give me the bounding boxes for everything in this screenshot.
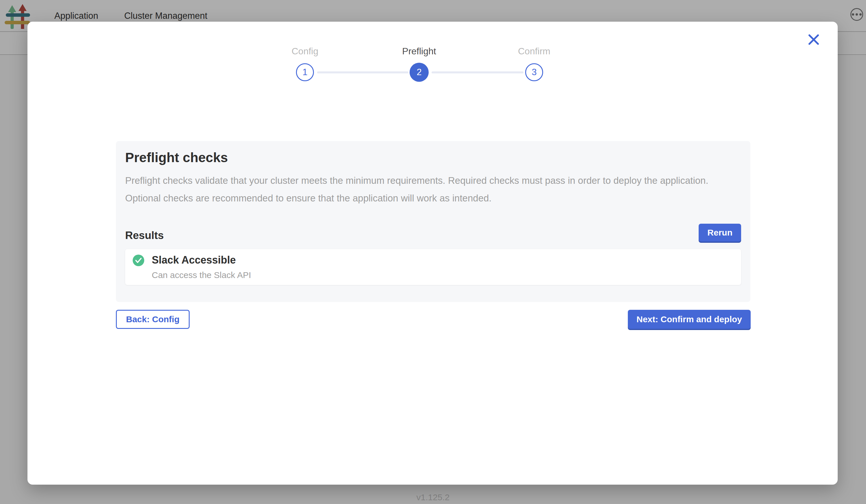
step-label-confirm: Confirm bbox=[482, 46, 586, 57]
preflight-description: Preflight checks validate that your clus… bbox=[125, 172, 741, 207]
step-circle-2[interactable]: 2 bbox=[410, 63, 429, 82]
step-circle-3[interactable]: 3 bbox=[525, 63, 543, 81]
preflight-modal: Config Preflight Confirm 1 2 3 Preflight… bbox=[27, 22, 838, 485]
check-text: Slack Accessible Can access the Slack AP… bbox=[152, 254, 251, 280]
check-name: Slack Accessible bbox=[152, 254, 251, 266]
step-connector-2 bbox=[432, 71, 523, 74]
app-root: Application Cluster Management v1.125.2 … bbox=[0, 0, 866, 504]
step-label-config: Config bbox=[253, 46, 357, 57]
results-header-row: Results Rerun bbox=[125, 224, 741, 242]
check-detail: Can access the Slack API bbox=[152, 270, 251, 280]
step-connector-1 bbox=[317, 71, 409, 74]
step-circle-1[interactable]: 1 bbox=[296, 63, 314, 81]
next-confirm-deploy-button[interactable]: Next: Confirm and deploy bbox=[628, 310, 751, 329]
close-icon[interactable] bbox=[808, 34, 820, 45]
check-pass-icon bbox=[133, 255, 144, 266]
rerun-button[interactable]: Rerun bbox=[699, 224, 741, 242]
preflight-title: Preflight checks bbox=[125, 150, 741, 165]
check-result-row: Slack Accessible Can access the Slack AP… bbox=[125, 249, 741, 285]
preflight-card: Preflight checks Preflight checks valida… bbox=[116, 141, 751, 302]
step-label-preflight: Preflight bbox=[367, 46, 471, 57]
back-button[interactable]: Back: Config bbox=[116, 310, 190, 329]
results-title: Results bbox=[125, 229, 164, 242]
